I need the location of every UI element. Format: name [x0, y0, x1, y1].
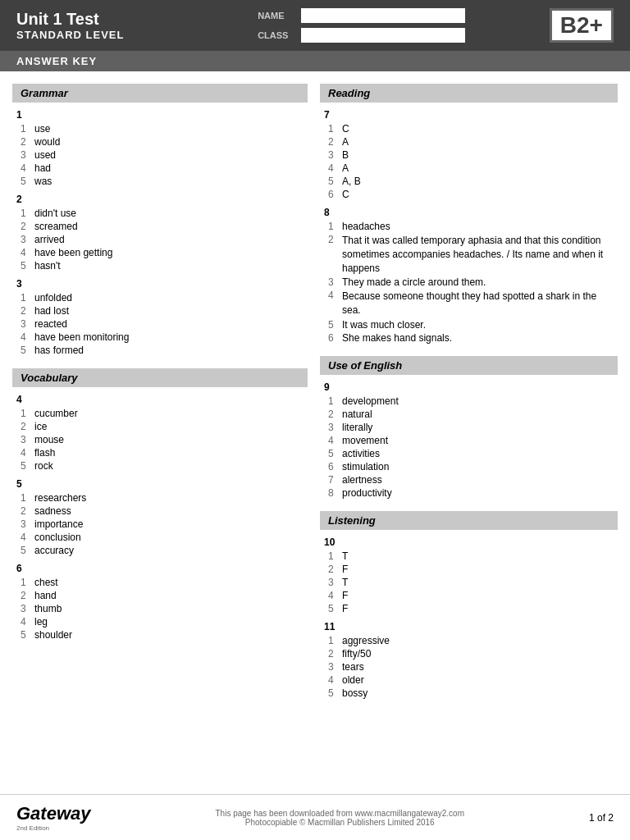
vocab-q4-number: 4 — [16, 394, 304, 405]
reading-q7-number: 7 — [324, 109, 614, 121]
list-item: 4 movement — [324, 435, 614, 446]
vocabulary-header: Vocabulary — [12, 368, 308, 387]
name-label: NAME — [258, 11, 294, 21]
list-item: 2 had lost — [16, 305, 304, 317]
listening-header: Listening — [320, 511, 618, 530]
list-item: 5 has formed — [16, 345, 304, 356]
list-item: 3 They made a circle around them. — [324, 276, 614, 288]
brand-name: Gateway — [16, 803, 91, 824]
reading-section: Reading 7 1 C 2 A 3 B 4 A — [320, 84, 618, 344]
list-item: 3 used — [16, 149, 304, 161]
list-item: 3 T — [324, 577, 614, 588]
list-item: 2 That it was called temporary aphasia a… — [324, 234, 614, 275]
list-item: 5 F — [324, 603, 614, 614]
listening-section: Listening 10 1 T 2 F 3 T 4 F — [320, 511, 618, 699]
page-number: 1 of 2 — [589, 812, 614, 824]
list-item: 5 It was much closer. — [324, 319, 614, 331]
level-subtitle: STANDARD LEVEL — [16, 29, 124, 41]
list-item: 3 importance — [16, 518, 304, 530]
list-item: 4 leg — [16, 616, 304, 628]
list-item: 5 accuracy — [16, 545, 304, 556]
reading-content: 7 1 C 2 A 3 B 4 A 5 — [320, 109, 618, 344]
grammar-q2-number: 2 — [16, 194, 304, 205]
list-item: 4 F — [324, 590, 614, 601]
list-item: 4 have been monitoring — [16, 331, 304, 343]
list-item: 3 tears — [324, 661, 614, 673]
grammar-q3-number: 3 — [16, 278, 304, 290]
list-item: 2 screamed — [16, 221, 304, 232]
grammar-content: 1 1 use 2 would 3 used 4 had — [12, 109, 308, 356]
list-item: 3 B — [324, 149, 614, 161]
vocabulary-section: Vocabulary 4 1 cucumber 2 ice 3 mouse 4 — [12, 368, 308, 641]
list-item: 4 flash — [16, 447, 304, 459]
name-input[interactable] — [301, 8, 465, 23]
list-item: 5 shoulder — [16, 629, 304, 641]
listening-q10-number: 10 — [324, 536, 614, 548]
list-item: 1 use — [16, 123, 304, 135]
listening-content: 10 1 T 2 F 3 T 4 F 5 — [320, 536, 618, 699]
list-item: 1 chest — [16, 577, 304, 588]
main-content: Grammar 1 1 use 2 would 3 used 4 — [0, 71, 630, 724]
list-item: 2 hand — [16, 590, 304, 601]
list-item: 4 A — [324, 162, 614, 174]
answer-key-bar: ANSWER KEY — [0, 51, 630, 71]
name-field-row: NAME — [258, 8, 465, 23]
answer-key-label: ANSWER KEY — [16, 55, 97, 67]
page-header: Unit 1 Test STANDARD LEVEL NAME CLASS B2… — [0, 0, 630, 51]
list-item: 6 She makes hand signals. — [324, 332, 614, 344]
reading-q8-number: 8 — [324, 207, 614, 218]
list-item: 3 mouse — [16, 434, 304, 445]
use-of-english-content: 9 1 development 2 natural 3 literally 4 … — [320, 381, 618, 499]
list-item: 2 fifty/50 — [324, 648, 614, 660]
list-item: 5 rock — [16, 460, 304, 472]
list-item: 8 productivity — [324, 487, 614, 499]
uoe-q9-number: 9 — [324, 381, 614, 393]
vocab-q5-number: 5 — [16, 478, 304, 490]
left-column: Grammar 1 1 use 2 would 3 used 4 — [12, 84, 308, 711]
list-item: 3 arrived — [16, 234, 304, 245]
list-item: 4 conclusion — [16, 532, 304, 543]
list-item: 5 A, B — [324, 176, 614, 187]
list-item: 1 C — [324, 123, 614, 135]
use-of-english-section: Use of English 9 1 development 2 natural… — [320, 356, 618, 499]
list-item: 1 didn't use — [16, 208, 304, 219]
use-of-english-header: Use of English — [320, 356, 618, 375]
grammar-q1-number: 1 — [16, 109, 304, 121]
grammar-header: Grammar — [12, 84, 308, 103]
unit-title: Unit 1 Test — [16, 10, 124, 29]
listening-q11-number: 11 — [324, 621, 614, 632]
grammar-section: Grammar 1 1 use 2 would 3 used 4 — [12, 84, 308, 356]
vocab-q6-number: 6 — [16, 563, 304, 574]
gateway-logo: Gateway 2nd Edition — [16, 803, 91, 832]
list-item: 1 T — [324, 550, 614, 562]
list-item: 6 C — [324, 189, 614, 200]
list-item: 2 sadness — [16, 505, 304, 517]
edition-label: 2nd Edition — [16, 824, 49, 832]
list-item: 3 thumb — [16, 603, 304, 614]
list-item: 3 reacted — [16, 318, 304, 330]
list-item: 2 F — [324, 564, 614, 575]
list-item: 5 bossy — [324, 687, 614, 699]
vocabulary-content: 4 1 cucumber 2 ice 3 mouse 4 flash — [12, 394, 308, 641]
list-item: 2 natural — [324, 409, 614, 420]
copyright-line1: This page has been downloaded from www.m… — [215, 809, 464, 818]
list-item: 2 would — [16, 136, 304, 148]
list-item: 1 unfolded — [16, 292, 304, 304]
list-item: 2 A — [324, 136, 614, 148]
class-field-row: CLASS — [258, 28, 465, 43]
class-input[interactable] — [301, 28, 465, 43]
header-fields: NAME CLASS — [258, 8, 465, 43]
list-item: 5 activities — [324, 448, 614, 459]
list-item: 1 development — [324, 395, 614, 407]
list-item: 4 have been getting — [16, 247, 304, 258]
list-item: 1 cucumber — [16, 408, 304, 419]
list-item: 4 older — [324, 674, 614, 686]
list-item: 1 aggressive — [324, 635, 614, 646]
list-item: 1 researchers — [16, 492, 304, 504]
page-footer: Gateway 2nd Edition This page has been d… — [0, 794, 630, 840]
footer-copyright: This page has been downloaded from www.m… — [215, 809, 464, 827]
reading-header: Reading — [320, 84, 618, 103]
list-item: 3 literally — [324, 422, 614, 433]
list-item: 5 hasn't — [16, 260, 304, 272]
list-item: 6 stimulation — [324, 461, 614, 472]
